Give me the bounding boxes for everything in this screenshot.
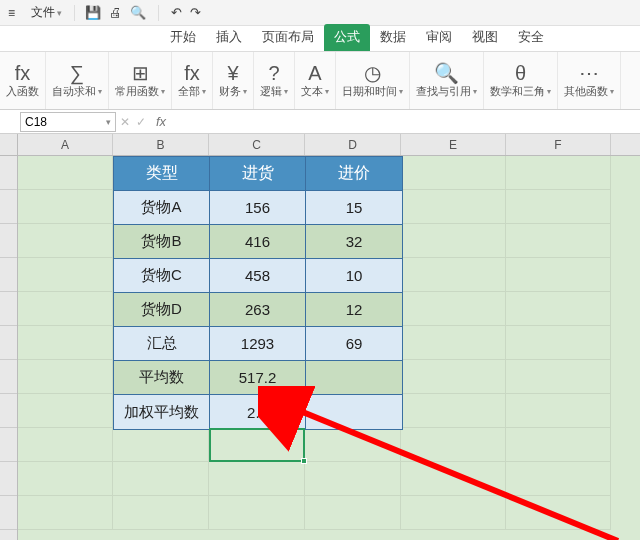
table-cell[interactable]: 汇总 xyxy=(114,327,210,361)
cell[interactable] xyxy=(401,462,506,496)
name-box[interactable]: C18 ▾ xyxy=(20,112,116,132)
row-header[interactable] xyxy=(0,258,17,292)
cell[interactable] xyxy=(113,428,209,462)
print-icon[interactable]: 🖨 xyxy=(109,5,122,20)
table-cell[interactable]: 10 xyxy=(306,259,402,293)
ribbon-finance[interactable]: ¥ 财务▾ xyxy=(213,52,254,109)
table-cell[interactable] xyxy=(306,361,402,395)
cell[interactable] xyxy=(209,462,305,496)
cell[interactable] xyxy=(506,462,611,496)
cell[interactable] xyxy=(506,496,611,530)
table-cell[interactable]: 12 xyxy=(306,293,402,327)
table-cell[interactable]: 263 xyxy=(210,293,306,327)
tab-review[interactable]: 审阅 xyxy=(416,24,462,51)
cell[interactable] xyxy=(113,496,209,530)
cell[interactable] xyxy=(401,326,506,360)
table-cell[interactable]: 1293 xyxy=(210,327,306,361)
col-header-C[interactable]: C xyxy=(209,134,305,155)
cell[interactable] xyxy=(506,326,611,360)
row-header[interactable] xyxy=(0,394,17,428)
col-header-A[interactable]: A xyxy=(18,134,113,155)
table-cell[interactable] xyxy=(306,395,402,429)
cell[interactable] xyxy=(401,394,506,428)
cell[interactable] xyxy=(506,360,611,394)
cell[interactable] xyxy=(506,190,611,224)
cell[interactable] xyxy=(305,428,401,462)
cell[interactable] xyxy=(18,428,113,462)
table-cell[interactable]: 69 xyxy=(306,327,402,361)
cell[interactable] xyxy=(506,292,611,326)
cell[interactable] xyxy=(506,156,611,190)
row-header[interactable] xyxy=(0,462,17,496)
ribbon-datetime[interactable]: ◷ 日期和时间▾ xyxy=(336,52,410,109)
tab-security[interactable]: 安全 xyxy=(508,24,554,51)
select-all-corner[interactable] xyxy=(0,134,18,155)
cell[interactable] xyxy=(209,496,305,530)
undo-icon[interactable]: ↶ xyxy=(171,5,182,20)
row-header[interactable] xyxy=(0,360,17,394)
col-header-E[interactable]: E xyxy=(401,134,506,155)
table-cell[interactable]: 平均数 xyxy=(114,361,210,395)
cell[interactable] xyxy=(209,428,305,462)
ribbon-all-functions[interactable]: fx 全部▾ xyxy=(172,52,213,109)
col-header-F[interactable]: F xyxy=(506,134,611,155)
cell[interactable] xyxy=(401,496,506,530)
col-header-D[interactable]: D xyxy=(305,134,401,155)
ribbon-common-functions[interactable]: ⊞ 常用函数▾ xyxy=(109,52,172,109)
redo-icon[interactable]: ↷ xyxy=(190,5,201,20)
print-preview-icon[interactable]: 🔍 xyxy=(130,5,146,20)
cell[interactable] xyxy=(305,462,401,496)
ribbon-logic[interactable]: ? 逻辑▾ xyxy=(254,52,295,109)
table-cell[interactable]: 32 xyxy=(306,225,402,259)
ribbon-insert-function[interactable]: fx 入函数 xyxy=(0,52,46,109)
tab-page-layout[interactable]: 页面布局 xyxy=(252,24,324,51)
table-cell[interactable]: 2.5 xyxy=(210,395,306,429)
ribbon-text[interactable]: A 文本▾ xyxy=(295,52,336,109)
cell[interactable] xyxy=(401,258,506,292)
cell[interactable] xyxy=(18,258,113,292)
table-cell[interactable]: 517.2 xyxy=(210,361,306,395)
cell[interactable] xyxy=(401,292,506,326)
ribbon-more-functions[interactable]: ⋯ 其他函数▾ xyxy=(558,52,621,109)
formula-input[interactable] xyxy=(172,112,640,132)
fx-icon[interactable]: fx xyxy=(150,114,172,129)
cancel-icon[interactable]: ✕ xyxy=(120,115,130,129)
table-header-cell[interactable]: 进价 xyxy=(306,157,402,191)
col-header-B[interactable]: B xyxy=(113,134,209,155)
table-cell[interactable]: 156 xyxy=(210,191,306,225)
tab-view[interactable]: 视图 xyxy=(462,24,508,51)
accept-icon[interactable]: ✓ xyxy=(136,115,146,129)
row-header[interactable] xyxy=(0,224,17,258)
cell[interactable] xyxy=(506,258,611,292)
table-cell[interactable]: 货物A xyxy=(114,191,210,225)
ribbon-autosum[interactable]: ∑ 自动求和▾ xyxy=(46,52,109,109)
cell[interactable] xyxy=(305,496,401,530)
save-icon[interactable]: 💾 xyxy=(85,5,101,20)
tab-insert[interactable]: 插入 xyxy=(206,24,252,51)
row-header[interactable] xyxy=(0,156,17,190)
row-header[interactable] xyxy=(0,496,17,530)
cell[interactable] xyxy=(506,394,611,428)
table-cell[interactable]: 货物C xyxy=(114,259,210,293)
cell[interactable] xyxy=(113,462,209,496)
cell[interactable] xyxy=(506,224,611,258)
table-cell[interactable]: 货物B xyxy=(114,225,210,259)
row-header[interactable] xyxy=(0,326,17,360)
table-header-cell[interactable]: 类型 xyxy=(114,157,210,191)
cell[interactable] xyxy=(18,190,113,224)
tab-data[interactable]: 数据 xyxy=(370,24,416,51)
cell[interactable] xyxy=(401,360,506,394)
menu-file[interactable]: 文件▾ xyxy=(23,4,70,21)
row-header[interactable] xyxy=(0,428,17,462)
row-header[interactable] xyxy=(0,190,17,224)
tab-start[interactable]: 开始 xyxy=(160,24,206,51)
cell[interactable] xyxy=(18,360,113,394)
cell[interactable] xyxy=(401,156,506,190)
cell[interactable] xyxy=(401,428,506,462)
cell[interactable] xyxy=(18,326,113,360)
cell[interactable] xyxy=(506,428,611,462)
cell[interactable] xyxy=(18,462,113,496)
table-cell[interactable]: 458 xyxy=(210,259,306,293)
worksheet[interactable]: A B C D E F 类型 xyxy=(0,134,640,540)
cell[interactable] xyxy=(18,292,113,326)
